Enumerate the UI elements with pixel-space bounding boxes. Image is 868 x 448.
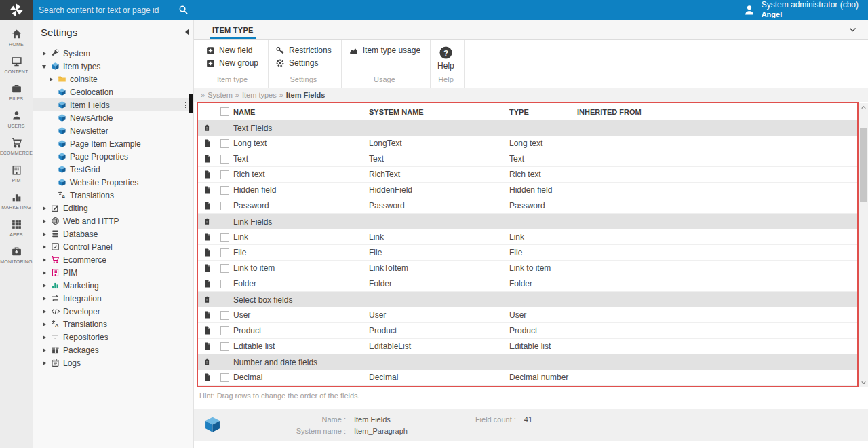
tree-expander-icon[interactable] [42,297,51,301]
field-row-text[interactable]: TextTextText [198,151,857,167]
tree-item-newsletter[interactable]: Newsletter [33,124,193,137]
tree-item-packages[interactable]: Packages [33,343,193,356]
row-checkbox[interactable] [220,233,229,242]
column-header-system-name[interactable]: SYSTEM NAME [369,108,509,116]
restrictions-button[interactable]: Restrictions [274,45,333,56]
app-logo[interactable] [0,0,33,20]
breadcrumb-item-system[interactable]: System [208,91,233,99]
tab-item-type[interactable]: ITEM TYPE [210,21,256,39]
user-menu[interactable]: System administrator (cbo) Angel [743,0,859,20]
settings-button[interactable]: Settings [274,58,333,69]
rail-item-marketing[interactable]: MARKETING [0,187,33,214]
item-type-usage-button[interactable]: Item type usage [347,45,422,56]
tree-item-page-properties[interactable]: Page Properties [33,150,193,163]
tree-item-page-item-example[interactable]: Page Item Example [33,137,193,150]
column-header-inherited-from[interactable]: INHERITED FROM [577,108,857,116]
tree-item-ecommerce[interactable]: Ecommerce [33,253,193,266]
rail-item-home[interactable]: HOME [0,24,33,52]
field-group-row-text-fields[interactable]: Text Fields [198,120,857,136]
field-row-folder[interactable]: FolderFolderFolder [198,276,857,292]
field-row-hidden-field[interactable]: Hidden fieldHiddenFieldHidden field [198,183,857,198]
table-scrollbar[interactable] [859,103,868,387]
tree-item-system[interactable]: System [33,47,193,60]
panel-scrollbar-thumb[interactable] [189,94,193,113]
new-field-button[interactable]: New field [205,45,260,56]
tree-expander-icon[interactable] [42,335,51,339]
tree-item-item-types[interactable]: Item types [33,60,193,73]
row-checkbox[interactable] [220,311,229,320]
collapse-panel-icon[interactable] [184,29,190,35]
field-group-row-select-box-fields[interactable]: Select box fields [198,292,857,307]
tree-item-geolocation[interactable]: Geolocation [33,86,193,98]
breadcrumb-item-item-types[interactable]: Item types [242,91,277,99]
scroll-up-icon[interactable] [859,103,868,112]
search-icon[interactable] [178,5,189,15]
tree-item-coinsite[interactable]: coinsite [33,73,193,86]
row-checkbox[interactable] [220,155,229,164]
rail-item-ecommerce[interactable]: ECOMMERCE [0,133,33,160]
row-checkbox[interactable] [220,186,229,195]
tree-item-editing[interactable]: Editing [33,202,193,214]
row-checkbox[interactable] [220,326,229,335]
tree-expander-icon[interactable] [42,258,51,262]
tree-expander-icon[interactable] [42,322,51,326]
new-group-button[interactable]: New group [205,58,260,69]
column-header-type[interactable]: TYPE [509,108,577,116]
row-checkbox[interactable] [220,170,229,179]
tree-expander-icon[interactable] [42,206,51,210]
tree-expander-icon[interactable] [42,52,51,56]
tree-expander-icon[interactable] [49,77,58,81]
chevron-down-icon[interactable] [848,25,857,34]
rail-item-users[interactable]: USERS [0,106,33,133]
row-checkbox[interactable] [220,139,229,148]
tree-item-developer[interactable]: Developer [33,305,193,318]
tree-item-pim[interactable]: PIM [33,266,193,279]
tree-item-web-and-http[interactable]: Web and HTTP [33,214,193,227]
row-checkbox[interactable] [220,264,229,273]
rail-item-pim[interactable]: PIM [0,160,33,187]
tree-expander-icon[interactable] [42,361,51,365]
tree-expander-icon[interactable] [42,310,51,314]
tree-expander-icon[interactable] [42,245,51,249]
tree-item-website-properties[interactable]: Website Properties [33,176,193,189]
field-row-long-text[interactable]: Long textLongTextLong text [198,136,857,151]
kebab-menu-icon[interactable] [185,102,186,108]
rail-item-apps[interactable]: APPS [0,214,33,242]
tree-item-testgrid[interactable]: TestGrid [33,163,193,176]
field-row-file[interactable]: FileFileFile [198,245,857,261]
row-checkbox[interactable] [220,248,229,257]
tree-item-database[interactable]: Database [33,227,193,240]
tree-item-translations[interactable]: ATranslations [33,318,193,331]
column-header-name[interactable]: NAME [233,108,369,116]
rail-item-monitoring[interactable]: MONITORING [0,242,33,269]
field-row-link-to-item[interactable]: Link to itemLinkToItemLink to item [198,261,857,276]
rail-item-content[interactable]: CONTENT [0,52,33,79]
tree-item-newsarticle[interactable]: NewsArticle [33,111,193,124]
field-group-row-link-fields[interactable]: Link Fields [198,214,857,229]
tree-expander-icon[interactable] [42,219,51,223]
select-all-checkbox[interactable] [220,107,229,116]
tree-expander-icon[interactable] [42,232,51,236]
tree-item-item-fields[interactable]: Item Fields [33,98,193,111]
tree-item-control-panel[interactable]: Control Panel [33,240,193,253]
row-checkbox[interactable] [220,202,229,210]
field-row-user[interactable]: UserUserUser [198,307,857,323]
tree-item-integration[interactable]: Integration [33,292,193,305]
field-row-rich-text[interactable]: Rich textRichTextRich text [198,167,857,183]
help-button[interactable]: ?Help [436,45,456,71]
row-checkbox[interactable] [220,373,229,382]
tree-item-logs[interactable]: Logs [33,356,193,369]
tree-expander-icon[interactable] [42,62,51,71]
scrollbar-thumb[interactable] [860,128,867,202]
tree-item-translations[interactable]: ATranslations [33,189,193,202]
row-checkbox[interactable] [220,342,229,351]
row-checkbox[interactable] [220,280,229,288]
field-row-password[interactable]: PasswordPasswordPassword [198,198,857,214]
tree-item-marketing[interactable]: Marketing [33,279,193,292]
rail-item-files[interactable]: FILES [0,79,33,106]
field-group-row-number-and-date-fields[interactable]: Number and date fields [198,354,857,370]
scroll-down-icon[interactable] [859,378,868,387]
tree-expander-icon[interactable] [42,271,51,275]
search-input[interactable] [33,5,178,15]
tree-expander-icon[interactable] [42,284,51,288]
